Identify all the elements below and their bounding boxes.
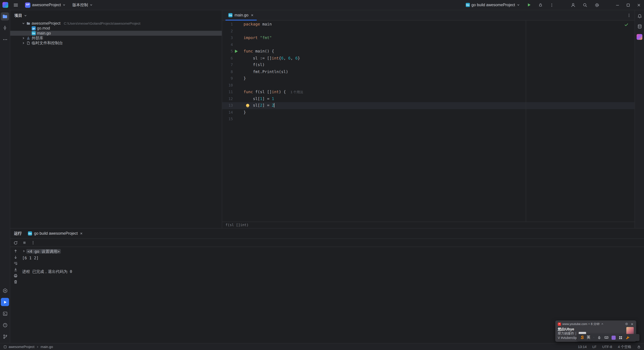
code-line[interactable]: 1package main [222, 21, 634, 28]
project-selector[interactable]: AP awesomeProject [24, 1, 68, 8]
git-tool-button[interactable] [1, 333, 9, 341]
code-line[interactable]: 8 fmt.Println(sl) [222, 68, 634, 75]
scroll-to-bottom-button[interactable] [13, 255, 18, 260]
code-line[interactable]: 13 sl[2] = 2 [222, 102, 634, 109]
main-menu-button[interactable] [12, 1, 20, 8]
settings-button[interactable] [593, 1, 601, 8]
run-configuration-selector[interactable]: Go go build awesomeProject [464, 2, 522, 8]
indent-widget[interactable]: 4 个空格 [618, 345, 631, 349]
code-line[interactable]: 9} [222, 75, 634, 82]
print-icon [13, 273, 18, 278]
console-output: <4 go 设置调用> [6 1 2] 进程 已完成，退出代码为 0 [20, 247, 644, 343]
tree-item-maingo[interactable]: Go main.go [10, 31, 222, 36]
soft-wrap-button[interactable] [13, 261, 18, 266]
scroll-to-top-button[interactable] [13, 249, 18, 254]
ime-language-mode[interactable]: 英 [587, 335, 590, 340]
caret-position-widget[interactable]: 13:14 [578, 345, 587, 349]
ime-punctuation-mode[interactable]: · [593, 335, 594, 340]
terminal-tool-button[interactable] [1, 310, 9, 318]
wrench-icon[interactable] [626, 336, 630, 340]
console-more-button[interactable] [31, 240, 36, 245]
statusbar-project[interactable]: awesomeProject [8, 345, 34, 349]
user-icon [570, 2, 576, 7]
keyboard-icon[interactable] [604, 335, 609, 340]
run-main-gutter-icon[interactable] [235, 50, 238, 53]
gutter [233, 95, 240, 102]
database-tool-button[interactable] [637, 24, 642, 29]
project-panel-header[interactable]: 项目 [10, 10, 222, 21]
notifications-button[interactable] [637, 13, 642, 19]
toast-close-icon[interactable] [630, 322, 634, 326]
project-tool-button[interactable] [1, 12, 9, 20]
tree-root-row[interactable]: awesomeProject C:\Users\meowr\GolandProj… [10, 21, 222, 26]
services-tool-button[interactable] [1, 287, 9, 295]
print-button[interactable] [13, 273, 18, 278]
run-tool-button[interactable] [1, 298, 9, 306]
tab-options-button[interactable] [627, 13, 631, 17]
search-everywhere-button[interactable] [581, 1, 589, 8]
run-button[interactable] [525, 2, 533, 8]
program-output: [6 1 2] [22, 256, 38, 260]
console-blank-line [22, 261, 644, 268]
microphone-icon[interactable] [598, 336, 602, 340]
code-line[interactable]: 5func main() { [222, 48, 634, 55]
statusbar-file[interactable]: main.go [40, 345, 53, 349]
run-play-icon [526, 2, 532, 7]
code-editor[interactable]: 1package main23import "fmt"45func main()… [222, 20, 634, 221]
tree-item-scratches[interactable]: 临时文件和控制台 [10, 40, 222, 45]
code-line[interactable]: 2 [222, 28, 634, 34]
ime-toolbar[interactable]: S 英 · [578, 334, 640, 341]
vcs-widget[interactable]: 版本控制 [71, 2, 94, 8]
code-line[interactable]: 3import "fmt" [222, 34, 634, 41]
code-line[interactable]: 6 sl := []int{6, 6, 6} [222, 55, 634, 61]
inspections-ok-icon[interactable] [624, 22, 629, 27]
more-tools-button[interactable] [1, 35, 9, 43]
tree-item-gomod[interactable]: go go.mod [10, 26, 222, 31]
problems-tool-button[interactable] [1, 321, 9, 329]
sogou-logo-icon[interactable]: S [581, 335, 584, 340]
close-tab-icon[interactable] [80, 232, 83, 235]
toast-settings-gear-icon[interactable] [625, 322, 628, 326]
window-maximize-button[interactable] [623, 0, 634, 10]
fold-expand-icon[interactable] [22, 250, 26, 253]
rerun-button[interactable] [13, 240, 18, 245]
profile-button[interactable] [569, 1, 578, 8]
down-arrow-icon [13, 255, 18, 260]
code-line[interactable]: 15 [222, 116, 634, 122]
readonly-toggle[interactable] [637, 345, 641, 349]
code-line[interactable]: 14} [222, 109, 634, 116]
chevron-up-icon[interactable] [601, 323, 604, 325]
more-vertical-icon [550, 3, 554, 7]
trash-icon [13, 280, 18, 284]
tab-maingo[interactable]: Go main.go [226, 10, 256, 20]
window-minimize-button[interactable] [612, 0, 623, 10]
close-tab-icon[interactable] [250, 13, 254, 17]
debug-button[interactable] [536, 2, 544, 8]
ai-assistant-icon[interactable] [636, 34, 642, 40]
breadcrumb-bar[interactable]: f(sl []int) [222, 222, 634, 228]
commit-tool-button[interactable] [1, 24, 9, 32]
run-console[interactable]: <4 go 设置调用> [6 1 2] 进程 已完成，退出代码为 0 [10, 247, 644, 343]
run-tab[interactable]: Go go build awesomeProject [27, 229, 84, 238]
line-number: 5 [222, 48, 233, 55]
stop-button[interactable] [22, 240, 27, 245]
code-text: func f(sl []int) { 1 个用法 [240, 89, 303, 95]
code-line[interactable]: 12 sl[1] = 1 [222, 95, 634, 102]
line-separator-widget[interactable]: LF [592, 345, 596, 349]
clear-console-button[interactable] [13, 280, 18, 284]
tree-item-label: go.mod [37, 26, 50, 31]
video-thumbnail[interactable] [626, 327, 634, 335]
grid-icon[interactable] [619, 336, 623, 340]
database-icon [637, 24, 642, 29]
code-line[interactable]: 4 [222, 41, 634, 48]
tree-item-external-libraries[interactable]: 外部库 [10, 36, 222, 40]
code-line[interactable]: 7 f(sl) [222, 61, 634, 68]
console-folded-line[interactable]: <4 go 设置调用> [22, 248, 644, 255]
code-line[interactable]: 10 [222, 82, 634, 88]
encoding-widget[interactable]: UTF-8 [602, 345, 612, 349]
scroll-to-end-button[interactable] [13, 267, 18, 272]
more-run-actions-button[interactable] [548, 2, 556, 8]
window-close-button[interactable] [633, 0, 644, 10]
sticker-icon[interactable] [612, 336, 616, 340]
code-line[interactable]: 11func f(sl []int) { 1 个用法 [222, 89, 634, 95]
